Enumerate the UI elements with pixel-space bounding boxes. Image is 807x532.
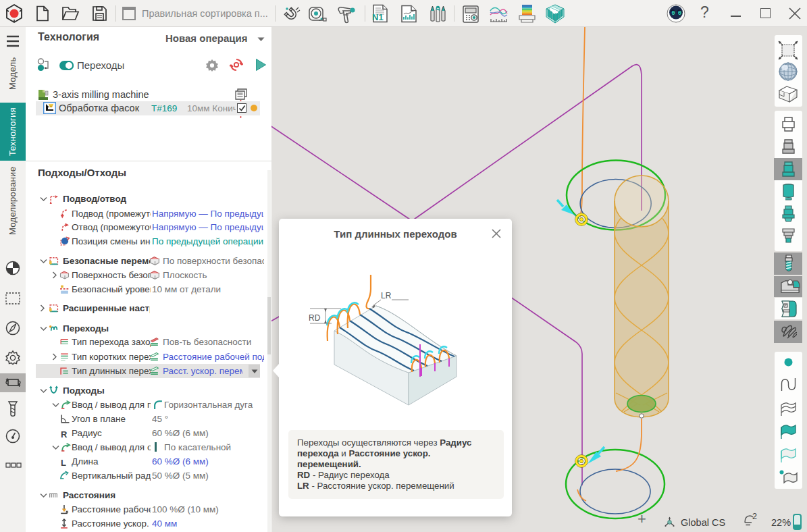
svg-text:N1: N1	[372, 12, 384, 22]
svg-text:LR: LR	[381, 291, 392, 300]
svg-text:2: 2	[752, 512, 757, 521]
svg-text:RD: RD	[309, 313, 321, 323]
svg-text:0: 0	[678, 10, 681, 17]
svg-text:0: 0	[671, 10, 675, 17]
